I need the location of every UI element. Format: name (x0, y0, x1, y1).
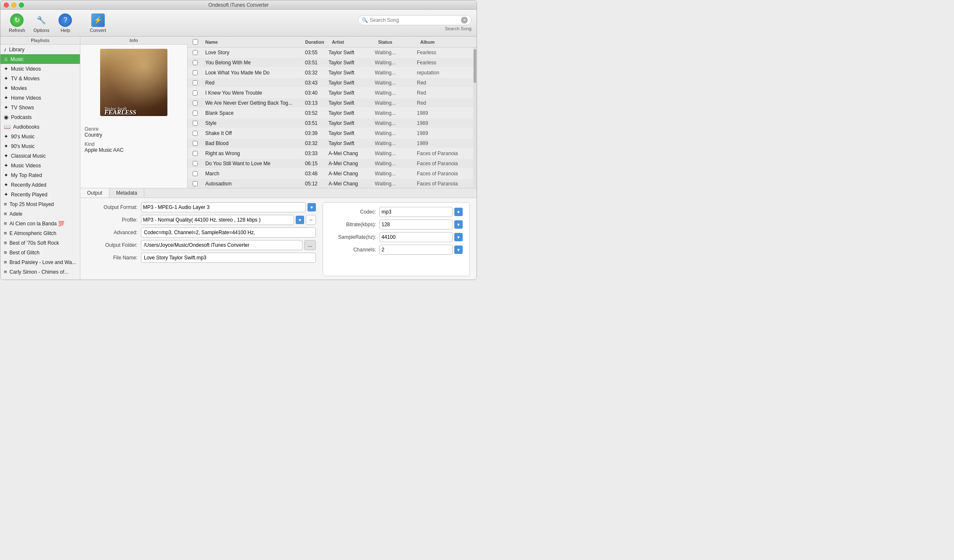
sidebar-item-movies[interactable]: ✦Movies (0, 83, 80, 93)
row-checkbox-input-9[interactable] (193, 141, 198, 146)
sidebar-item-atmospheric-glitch[interactable]: ≡E Atmospheric Glitch (0, 228, 80, 238)
output-format-arrow[interactable]: ▼ (307, 203, 316, 211)
output-folder-input[interactable] (141, 240, 302, 250)
row-checkbox-input-5[interactable] (193, 100, 198, 106)
row-checkbox-input-13[interactable] (193, 181, 198, 186)
sidebar-item-90s-music-2[interactable]: ✦90's Music (0, 141, 80, 151)
sidebar-item-tv-shows[interactable]: ✦TV Shows (0, 103, 80, 112)
row-checkbox-input-11[interactable] (193, 161, 198, 166)
sidebar-item-tv-movies[interactable]: ✦TV & Movies (0, 74, 80, 83)
row-checkbox-10[interactable] (188, 151, 203, 156)
table-row[interactable]: March 03:48 A-Mei Chang Waiting... Faces… (188, 169, 473, 179)
row-checkbox-input-7[interactable] (193, 121, 198, 126)
row-checkbox-3[interactable] (188, 80, 203, 85)
row-checkbox-input-4[interactable] (193, 90, 198, 95)
bitrate-arrow[interactable]: ▼ (454, 220, 463, 229)
options-button[interactable]: 🔧 Options (30, 12, 53, 34)
profile-minus[interactable]: − (306, 215, 316, 225)
sidebar-item-podcasts[interactable]: ◉Podcasts (0, 112, 80, 122)
sidebar-item-classical-music[interactable]: ✦Classical Music (0, 151, 80, 161)
table-row[interactable]: Shake It Off 03:39 Taylor Swift Waiting.… (188, 128, 473, 138)
row-checkbox-6[interactable] (188, 111, 203, 116)
table-row[interactable]: Autosadism 05:12 A-Mei Chang Waiting... … (188, 179, 473, 188)
select-all-input[interactable] (193, 39, 198, 45)
scrollbar[interactable] (473, 48, 477, 188)
search-input[interactable] (370, 17, 459, 23)
table-row[interactable]: Look What You Made Me Do 03:32 Taylor Sw… (188, 68, 473, 78)
row-checkbox-input-6[interactable] (193, 111, 198, 116)
select-all-checkbox[interactable] (188, 39, 203, 45)
table-row[interactable]: Do You Still Want to Love Me 06:15 A-Mei… (188, 158, 473, 169)
table-row[interactable]: Red 03:43 Taylor Swift Waiting... Red (188, 78, 473, 88)
sidebar-item-home-videos[interactable]: ✦Home Videos (0, 93, 80, 103)
minimize-button[interactable] (11, 3, 16, 8)
table-row[interactable]: We Are Never Ever Getting Back Tog... 03… (188, 98, 473, 108)
row-checkbox-input-3[interactable] (193, 80, 198, 85)
file-name-input[interactable] (141, 253, 316, 263)
profile-select[interactable]: MP3 - Normal Quality( 44100 Hz, stereo ,… (141, 215, 294, 225)
row-checkbox-input-1[interactable] (193, 60, 198, 65)
search-box[interactable]: 🔍 ✕ (358, 15, 472, 25)
sidebar-item-best-70s[interactable]: ≡Best of '70s Soft Rock (0, 238, 80, 248)
table-row[interactable]: I Knew You Were Trouble 03:40 Taylor Swi… (188, 88, 473, 98)
help-button[interactable]: ? Help (54, 12, 76, 34)
sidebar-item-music[interactable]: ♫Music (0, 54, 80, 64)
row-checkbox-input-2[interactable] (193, 70, 198, 75)
row-checkbox-1[interactable] (188, 60, 203, 65)
sidebar-item-best-of-glitch[interactable]: ≡Best of Glitch (0, 248, 80, 257)
table-row[interactable]: Style 03:51 Taylor Swift Waiting... 1989 (188, 118, 473, 128)
row-checkbox-5[interactable] (188, 100, 203, 106)
sidebar-item-90s-music-1[interactable]: ✦90's Music (0, 132, 80, 141)
row-checkbox-12[interactable] (188, 171, 203, 176)
row-checkbox-input-12[interactable] (193, 171, 198, 176)
table-row[interactable]: You Belong With Me 03:51 Taylor Swift Wa… (188, 58, 473, 68)
row-checkbox-input-8[interactable] (193, 131, 198, 136)
scrollbar-thumb[interactable] (474, 49, 476, 83)
row-checkbox-0[interactable] (188, 50, 203, 55)
sidebar-item-adele[interactable]: ≡Adele (0, 209, 80, 219)
row-checkbox-8[interactable] (188, 131, 203, 136)
sidebar-item-library[interactable]: ♪Library (0, 45, 80, 54)
maximize-button[interactable] (19, 3, 24, 8)
table-row[interactable]: Blank Space 03:52 Taylor Swift Waiting..… (188, 108, 473, 118)
codec-select[interactable]: mp3 (379, 207, 453, 217)
sidebar-item-music-videos[interactable]: ✦Music Videos (0, 64, 80, 74)
row-checkbox-7[interactable] (188, 121, 203, 126)
table-row[interactable]: Bad Blood 03:32 Taylor Swift Waiting... … (188, 138, 473, 148)
table-row[interactable]: Love Story 03:55 Taylor Swift Waiting...… (188, 48, 473, 58)
sidebar-item-my-top-rated[interactable]: ✦My Top Rated (0, 170, 80, 180)
row-checkbox-2[interactable] (188, 70, 203, 75)
output-format-select[interactable]: MP3 - MPEG-1 Audio Layer 3 (141, 202, 306, 212)
output-form: Output Format: MP3 - MPEG-1 Audio Layer … (87, 202, 316, 276)
row-checkbox-11[interactable] (188, 161, 203, 166)
samplerate-select[interactable]: 44100 (379, 232, 453, 242)
search-clear-button[interactable]: ✕ (461, 17, 468, 24)
row-checkbox-9[interactable] (188, 141, 203, 146)
sidebar-item-music-videos-2[interactable]: ✦Music Videos (0, 161, 80, 170)
sidebar-item-al-cien[interactable]: ≡Al Cien con la Banda 💯 (0, 219, 80, 228)
bitrate-select[interactable]: 128 (379, 219, 453, 230)
sidebar-item-audiobooks[interactable]: 📖Audiobooks (0, 122, 80, 132)
row-checkbox-input-10[interactable] (193, 151, 198, 156)
row-checkbox-13[interactable] (188, 181, 203, 186)
row-checkbox-4[interactable] (188, 90, 203, 95)
sidebar-item-brad-paisley[interactable]: ≡Brad Paisley - Love and Wa... (0, 257, 80, 267)
tab-output[interactable]: Output (80, 188, 109, 198)
row-checkbox-input-0[interactable] (193, 50, 198, 55)
codec-arrow[interactable]: ▼ (454, 208, 463, 216)
profile-arrow[interactable]: ▼ (296, 216, 304, 224)
sidebar-item-top-25[interactable]: ≡Top 25 Most Played (0, 199, 80, 209)
sidebar-item-carly-simon[interactable]: ≡Carly Simon - Chimes of... (0, 267, 80, 277)
convert-button[interactable]: ⚡ Convert (86, 12, 109, 34)
close-button[interactable] (4, 3, 9, 8)
browse-button[interactable]: ... (304, 240, 316, 250)
refresh-button[interactable]: ↻ Refresh (5, 12, 29, 34)
advanced-input[interactable] (141, 227, 316, 238)
channels-arrow[interactable]: ▼ (454, 246, 463, 254)
sidebar-item-recently-added[interactable]: ✦Recently Added (0, 180, 80, 190)
samplerate-arrow[interactable]: ▼ (454, 233, 463, 241)
table-row[interactable]: Right as Wrong 03:33 A-Mei Chang Waiting… (188, 148, 473, 158)
tab-metadata[interactable]: Metadata (109, 188, 144, 198)
channels-select[interactable]: 2 (379, 245, 453, 255)
sidebar-item-recently-played[interactable]: ✦Recently Played (0, 190, 80, 199)
